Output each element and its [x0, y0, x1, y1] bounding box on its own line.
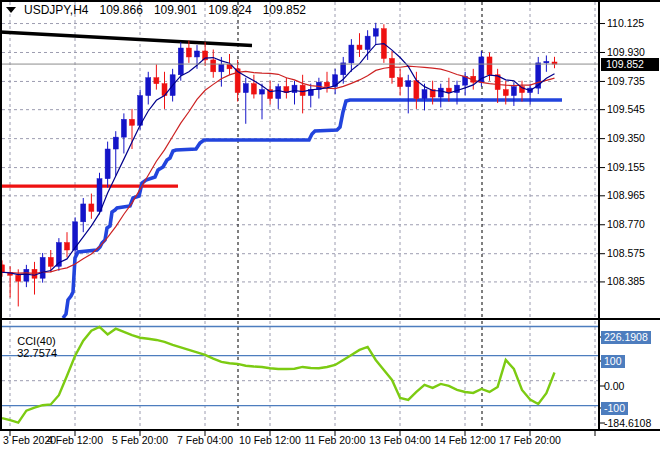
indicator-axis-label: -100 — [601, 402, 628, 415]
indicator-label: CCI(40) 32.7574 — [5, 323, 57, 371]
candle-body — [373, 29, 378, 36]
time-axis-label: 10 Feb 12:00 — [239, 434, 301, 446]
indicator-axis-label: 100 — [601, 355, 625, 368]
time-axis-label: 13 Feb 04:00 — [369, 434, 431, 446]
candle-body — [178, 48, 183, 75]
candle-body — [422, 90, 427, 99]
candle-body — [154, 78, 159, 84]
candle-body — [40, 257, 45, 278]
candle-body — [487, 57, 492, 75]
candle-body — [186, 48, 191, 57]
chart-canvas[interactable] — [0, 0, 660, 450]
chart-window: USDJPY,H4 109.866 109.901 109.824 109.85… — [0, 0, 660, 450]
candle-body — [243, 84, 248, 93]
frame-left — [0, 0, 2, 431]
candle-body — [341, 63, 346, 75]
quote-high: 109.901 — [154, 3, 197, 17]
price-axis-label: 108.575 — [607, 247, 645, 260]
candle-body — [300, 85, 305, 95]
price-axis-label: 109.545 — [607, 103, 645, 116]
indicator-axis-label: 0.00 — [604, 380, 624, 393]
candle-body — [511, 87, 516, 96]
current-price-label: 109.852 — [601, 58, 659, 71]
candle-body — [325, 82, 330, 86]
cci-line — [2, 327, 555, 423]
indicator-axis-label: 226.1908 — [601, 331, 651, 344]
candle-body — [97, 179, 102, 212]
plot-right-border — [598, 0, 600, 431]
price-axis-label: 109.155 — [607, 161, 645, 174]
time-axis-label: 7 Feb 04:00 — [177, 434, 233, 446]
candle-body — [48, 257, 53, 266]
panel-separator[interactable] — [0, 318, 660, 320]
frame-bottom — [0, 429, 660, 431]
price-axis-label: 109.735 — [607, 75, 645, 88]
candle-body — [89, 204, 94, 211]
candle-body — [544, 61, 549, 62]
candle-body — [81, 204, 86, 222]
candle-body — [251, 84, 256, 94]
candle-body — [219, 64, 224, 71]
candle-body — [121, 119, 126, 137]
price-axis-label: 109.350 — [607, 132, 645, 145]
candle-body — [503, 90, 508, 96]
candle-body — [357, 45, 362, 49]
candle-body — [105, 149, 110, 179]
price-axis-label: 108.385 — [607, 275, 645, 288]
candle-body — [146, 78, 151, 96]
candle-body — [211, 60, 216, 72]
candle-body — [113, 137, 118, 149]
candle-body — [276, 87, 281, 99]
candle-body — [414, 81, 419, 99]
candle-body — [398, 78, 403, 87]
indicator-name: CCI(40) — [17, 335, 56, 347]
symbol-timeframe: USDJPY,H4 — [24, 3, 88, 17]
time-axis-label: 11 Feb 20:00 — [304, 434, 365, 446]
candle-body — [65, 243, 70, 250]
price-axis-label: 108.965 — [607, 189, 645, 202]
candle-body — [24, 269, 29, 281]
candle-body — [390, 58, 395, 77]
trendline-object[interactable] — [0, 32, 252, 46]
quote-open: 109.866 — [99, 3, 142, 17]
candle-body — [349, 45, 354, 63]
time-axis-label: 5 Feb 20:00 — [112, 434, 168, 446]
candle-body — [406, 81, 411, 87]
quote-close: 109.852 — [263, 3, 306, 17]
candle-body — [16, 275, 21, 281]
symbol-dropdown-icon[interactable] — [6, 7, 16, 13]
candle-body — [446, 88, 451, 92]
price-axis-label: 110.125 — [607, 17, 644, 30]
candle-body — [260, 90, 265, 94]
chart-title: USDJPY,H4 109.866 109.901 109.824 109.85… — [6, 3, 306, 17]
time-axis-label: 4 Feb 12:00 — [47, 434, 103, 446]
quote-low: 109.824 — [208, 3, 251, 17]
time-axis-label: 14 Feb 12:00 — [434, 434, 496, 446]
frame-top — [0, 0, 660, 2]
candle-body — [438, 88, 443, 97]
time-axis-label: 17 Feb 20:00 — [499, 434, 561, 446]
price-axis-label: 108.770 — [607, 218, 645, 231]
candle-body — [138, 96, 143, 126]
candle-body — [365, 36, 370, 49]
candle-body — [195, 51, 200, 57]
staircase-line-object[interactable] — [63, 100, 562, 318]
candle-body — [130, 119, 135, 125]
indicator-value: 32.7574 — [17, 347, 57, 359]
